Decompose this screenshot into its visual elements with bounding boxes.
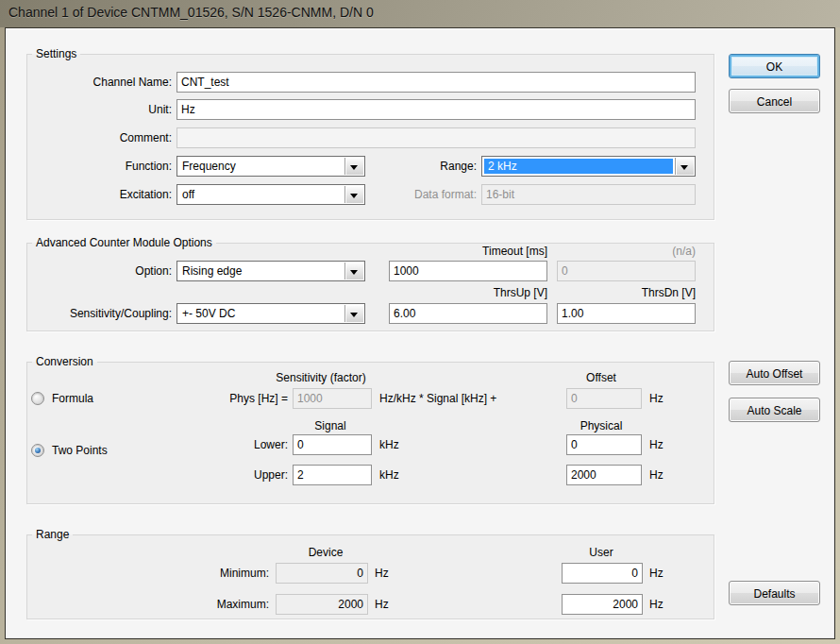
data-format-field	[481, 184, 696, 205]
timeout-input[interactable]	[389, 261, 547, 281]
maximum-label: Maximum:	[175, 594, 269, 615]
range-combobox[interactable]: 2 kHz	[481, 156, 696, 177]
option-value: Rising edge	[182, 263, 242, 279]
minimum-device-field	[276, 563, 368, 584]
minimum-user-input[interactable]	[562, 563, 643, 584]
lower-phys-unit-label: Hz	[649, 434, 664, 455]
channel-name-label: Channel Name:	[26, 72, 172, 93]
advanced-options-legend: Advanced Counter Module Options	[32, 236, 216, 249]
minimum-user-unit: Hz	[649, 563, 664, 584]
comment-label: Comment:	[26, 127, 172, 148]
lower-signal-input[interactable]	[293, 434, 372, 455]
channel-name-input[interactable]	[176, 72, 696, 93]
chevron-down-icon	[350, 313, 358, 317]
maximum-user-unit: Hz	[649, 594, 664, 615]
data-format-label: Data format:	[364, 184, 477, 205]
cancel-button[interactable]: Cancel	[729, 89, 820, 113]
sensitivity-coupling-value: +- 50V DC	[182, 306, 235, 321]
range-value-selected: 2 kHz	[484, 159, 673, 174]
chevron-down-icon	[350, 165, 358, 170]
defaults-button[interactable]: Defaults	[729, 581, 820, 605]
excitation-dropdown-arrow[interactable]	[344, 186, 363, 203]
user-header: User	[545, 545, 658, 560]
formula-radio-label: Formula	[52, 388, 93, 409]
two-points-radio-label: Two Points	[52, 440, 108, 461]
two-points-radio[interactable]	[31, 444, 44, 457]
chevron-down-icon	[350, 194, 358, 198]
thrsup-header: ThrsUp [V]	[389, 285, 547, 300]
dialog-window: Channel 1 of Device CNTMM_01526, S/N 152…	[0, 0, 840, 644]
range-label: Range:	[364, 156, 477, 177]
auto-offset-button[interactable]: Auto Offset	[729, 361, 820, 385]
upper-signal-input[interactable]	[293, 465, 372, 485]
sensitivity-factor-input	[293, 388, 372, 409]
device-header: Device	[269, 545, 382, 560]
phys-equals-label: Phys [Hz] =	[176, 388, 288, 409]
offset-input	[566, 388, 642, 409]
lower-label: Lower:	[212, 434, 288, 455]
lower-physical-input[interactable]	[566, 434, 642, 455]
unit-input[interactable]	[176, 99, 696, 120]
title-bar[interactable]: Channel 1 of Device CNTMM_01526, S/N 152…	[0, 0, 840, 27]
maximum-device-field	[276, 594, 368, 615]
sensitivity-coupling-label: Sensitivity/Coupling:	[26, 303, 172, 324]
thrsup-input[interactable]	[389, 303, 547, 324]
settings-legend: Settings	[32, 47, 80, 60]
formula-mid-text: Hz/kHz * Signal [kHz] +	[379, 388, 496, 409]
window-title: Channel 1 of Device CNTMM_01526, S/N 152…	[8, 5, 374, 20]
range-legend: Range	[32, 528, 73, 541]
thrsdn-input[interactable]	[557, 303, 696, 324]
function-value: Frequency	[182, 159, 236, 174]
upper-label: Upper:	[212, 465, 288, 485]
signal-header: Signal	[274, 418, 387, 433]
sensitivity-coupling-combobox[interactable]: +- 50V DC	[176, 303, 365, 324]
excitation-combobox[interactable]: off	[176, 184, 365, 205]
ok-button[interactable]: OK	[729, 54, 820, 78]
conversion-legend: Conversion	[32, 355, 97, 368]
range-dropdown-arrow[interactable]	[675, 158, 694, 175]
upper-physical-input[interactable]	[566, 465, 642, 485]
na-field	[557, 261, 696, 281]
function-label: Function:	[26, 156, 172, 177]
offset-unit-label: Hz	[649, 388, 664, 409]
na-header: (n/a)	[557, 244, 696, 259]
lower-unit-label: kHz	[379, 434, 399, 455]
sensitivity-dropdown-arrow[interactable]	[344, 305, 363, 322]
excitation-value: off	[182, 187, 194, 202]
minimum-label: Minimum:	[175, 563, 269, 584]
offset-header: Offset	[545, 370, 658, 385]
option-combobox[interactable]: Rising edge	[176, 261, 365, 281]
thrsdn-header: ThrsDn [V]	[557, 285, 696, 300]
maximum-user-input[interactable]	[562, 594, 643, 615]
function-dropdown-arrow[interactable]	[344, 158, 363, 175]
physical-header: Physical	[545, 418, 658, 433]
upper-phys-unit-label: Hz	[649, 465, 664, 485]
option-dropdown-arrow[interactable]	[344, 263, 363, 280]
upper-unit-label: kHz	[379, 465, 399, 485]
sensitivity-factor-header: Sensitivity (factor)	[245, 370, 396, 385]
function-combobox[interactable]: Frequency	[176, 156, 365, 177]
auto-scale-button[interactable]: Auto Scale	[729, 398, 820, 422]
comment-input[interactable]	[176, 127, 696, 148]
formula-radio[interactable]	[31, 392, 44, 405]
minimum-device-unit: Hz	[375, 563, 389, 584]
timeout-header: Timeout [ms]	[389, 244, 547, 259]
chevron-down-icon	[350, 270, 358, 275]
maximum-device-unit: Hz	[375, 594, 389, 615]
excitation-label: Excitation:	[26, 184, 172, 205]
option-label: Option:	[26, 261, 172, 281]
chevron-down-icon	[680, 165, 688, 170]
unit-label: Unit:	[26, 99, 172, 120]
dialog-client-area: Settings Channel Name: Unit: Comment: Fu…	[5, 27, 835, 639]
